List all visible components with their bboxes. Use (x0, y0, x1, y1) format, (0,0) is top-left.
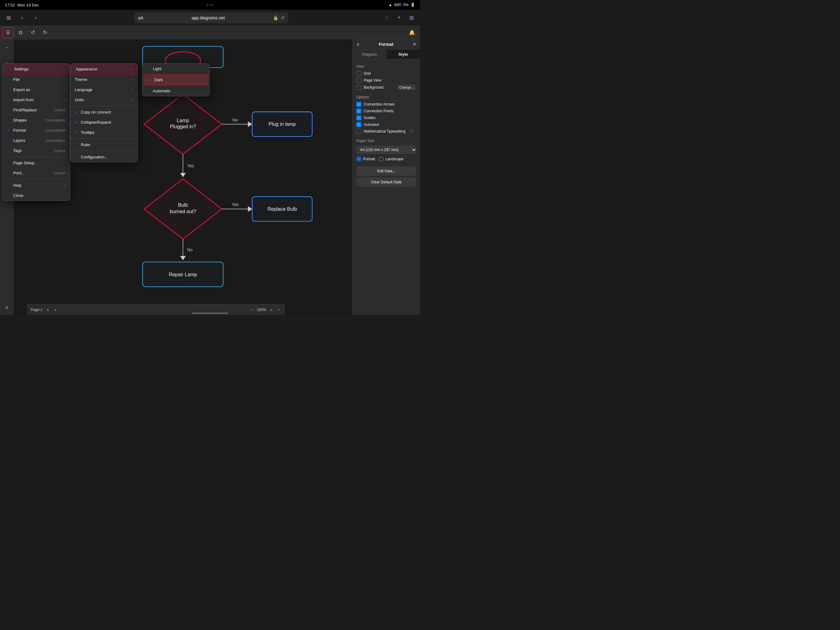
settings-copy-on-connect[interactable]: ✓ Copy on connect (70, 107, 137, 117)
settings-tooltips[interactable]: ✓ Tooltips (70, 127, 137, 138)
automatic-label: Automatic (153, 89, 171, 93)
page-view-checkbox[interactable] (356, 78, 361, 83)
menu-item-layers[interactable]: Layers Cmd+Shift+L (3, 135, 70, 146)
menu-item-export[interactable]: Export as › (3, 85, 70, 95)
date: Mon 19 Dec (17, 3, 39, 7)
undo-button[interactable]: ↺ (27, 27, 38, 38)
import-label: Import from (13, 98, 33, 102)
settings-label: Settings (14, 67, 28, 71)
redo-button[interactable]: ↻ (39, 27, 51, 38)
notification-button[interactable]: 🔔 (406, 27, 418, 38)
address-bar[interactable]: aA app.diagrams.net 🔒 ↺ (134, 12, 288, 24)
ruler-label: Ruler (81, 142, 90, 147)
svg-text:Repair Lamp: Repair Lamp (169, 272, 197, 277)
math-typesetting-checkbox[interactable] (356, 129, 361, 134)
connection-arrows-row[interactable]: ✓ Connection Arrows (356, 102, 416, 107)
orientation-row: Portrait Landscape (356, 157, 416, 161)
settings-submenu[interactable]: Appearance › Theme › Language › Units › … (70, 63, 138, 162)
zoom-level: 160% (257, 308, 266, 312)
menu-item-page-setup[interactable]: Page Setup... (3, 158, 70, 168)
zoom-in-button[interactable]: + (276, 307, 281, 313)
background-row[interactable]: Background Change... (356, 85, 416, 90)
close-panel-button[interactable]: ✕ (413, 42, 416, 47)
tab-style[interactable]: Style (387, 49, 420, 59)
menu-item-format[interactable]: ✓ Format Cmd+Shift+P (3, 125, 70, 135)
edit-data-button[interactable]: Edit Data... (356, 166, 416, 176)
appearance-automatic[interactable]: Automatic (142, 86, 209, 96)
tabs-button[interactable]: ⊞ (406, 13, 416, 23)
grid-row[interactable]: Grid (356, 71, 416, 76)
forward-button[interactable]: › (31, 13, 41, 23)
portrait-option[interactable]: Portrait (356, 157, 375, 161)
battery-icon: 🔋 (411, 3, 415, 7)
menu-item-shapes[interactable]: Shapes Cmd+Shift+K (3, 115, 70, 125)
sidebar-arrow-tool[interactable]: → (1, 42, 12, 53)
wifi-icon: WiFi (394, 3, 401, 7)
panel-title: Format (359, 42, 413, 47)
paper-size-section: Paper Size A4 (210 mm x 297 mm) A3 Lette… (356, 139, 416, 161)
page-down-arrow[interactable]: ∨ (53, 307, 58, 313)
settings-units[interactable]: Units › (70, 95, 137, 105)
share-button[interactable]: ↑ (382, 13, 392, 23)
connection-points-row[interactable]: ✓ Connection Points (356, 109, 416, 114)
appearance-submenu[interactable]: Light ✓ Dark Automatic (142, 63, 210, 96)
settings-collapse-expand[interactable]: ✓ Collapse/Expand (70, 117, 137, 127)
menu-button[interactable]: ☰ (2, 27, 14, 38)
guides-checkbox[interactable]: ✓ (356, 116, 361, 120)
settings-configuration[interactable]: Configuration... (70, 152, 137, 162)
back-button[interactable]: ‹ (17, 13, 27, 23)
menu-item-close[interactable]: Close (3, 190, 70, 201)
landscape-radio[interactable] (379, 157, 384, 161)
guides-row[interactable]: ✓ Guides (356, 116, 416, 120)
print-label: Print... (13, 171, 25, 175)
light-label: Light (153, 66, 161, 71)
settings-appearance[interactable]: Appearance › (71, 64, 137, 74)
paper-size-select[interactable]: A4 (210 mm x 297 mm) A3 Letter Legal (356, 146, 416, 154)
close-panel-icon[interactable]: ∧ (356, 42, 359, 47)
new-tab-button[interactable]: + (394, 13, 404, 23)
format-label: Format (13, 128, 26, 133)
math-help-icon[interactable]: ? (409, 129, 414, 133)
zoom-out-button[interactable]: — (248, 307, 254, 313)
svg-text:Yes: Yes (187, 164, 194, 168)
menu-item-settings[interactable]: Settings › (3, 64, 69, 74)
options-section: Options ✓ Connection Arrows ✓ Connection… (356, 95, 416, 134)
menu-item-file[interactable]: File › (3, 74, 70, 85)
autosave-row[interactable]: ✓ Autosave (356, 122, 416, 127)
main-menu[interactable]: Settings › File › Export as › Import fro… (2, 63, 70, 201)
menu-item-find[interactable]: Find/Replace Cmd+F (3, 105, 70, 115)
menu-item-help[interactable]: Help › (3, 180, 70, 190)
autosave-checkbox[interactable]: ✓ (356, 122, 361, 127)
page-view-label: Page View (364, 78, 381, 82)
zoom-up-arrow[interactable]: ∧ (269, 307, 274, 313)
background-checkbox[interactable] (356, 85, 361, 90)
settings-theme[interactable]: Theme › (70, 74, 137, 85)
sidebar-expand-icon[interactable]: ∨ (1, 301, 12, 313)
tab-diagram[interactable]: Diagram (353, 49, 387, 59)
connection-points-checkbox[interactable]: ✓ (356, 109, 361, 114)
refresh-button[interactable]: ↺ (281, 15, 284, 20)
clear-default-style-button[interactable]: Clear Default Style (356, 177, 416, 187)
appearance-light[interactable]: Light (142, 64, 209, 74)
menu-item-print[interactable]: Print... Cmd+P (3, 168, 70, 178)
page-up-arrow[interactable]: ∧ (45, 307, 51, 313)
connection-arrows-checkbox[interactable]: ✓ (356, 102, 361, 107)
change-background-button[interactable]: Change... (396, 85, 416, 90)
appearance-dark[interactable]: ✓ Dark (144, 74, 208, 85)
svg-text:No: No (187, 248, 193, 252)
settings-ruler[interactable]: Ruler (70, 140, 137, 150)
portrait-radio[interactable] (356, 157, 361, 161)
landscape-option[interactable]: Landscape (379, 157, 404, 161)
page-view-row[interactable]: Page View (356, 78, 416, 83)
math-typesetting-row[interactable]: Mathematical Typesetting ? (356, 129, 416, 134)
copy-button[interactable]: ⧉ (15, 27, 26, 38)
appearance-label: Appearance (76, 67, 97, 71)
menu-item-tags[interactable]: Tags Cmd+K (3, 146, 70, 156)
sidebar-toggle-button[interactable]: ⊞ (4, 13, 14, 23)
url-text: app.diagrams.net (146, 15, 271, 20)
grid-checkbox[interactable] (356, 71, 361, 76)
settings-language[interactable]: Language › (70, 85, 137, 95)
menu-item-import[interactable]: Import from › (3, 95, 70, 105)
settings-arrow: › (63, 67, 65, 71)
right-panel: ∧ Format ✕ Diagram Style View Grid Page … (352, 40, 420, 315)
